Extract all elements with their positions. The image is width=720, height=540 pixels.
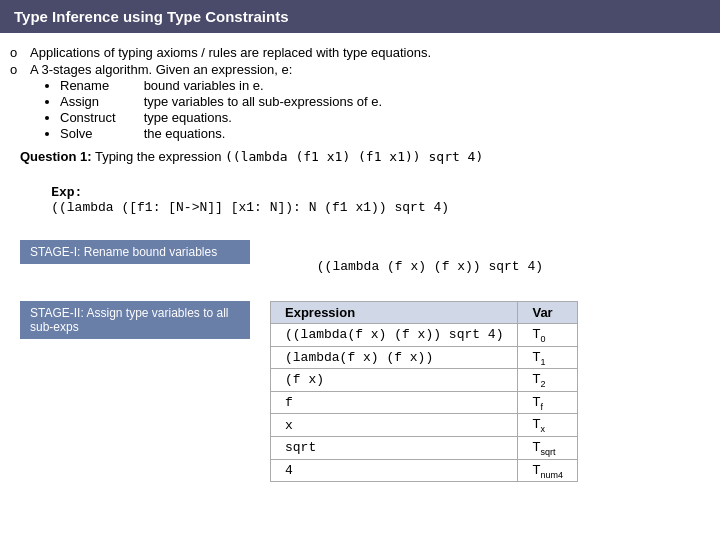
steps-list: Rename bound variables in e. Assign type… (30, 78, 700, 141)
expr-cell: f (271, 391, 518, 414)
step-solve-label: Solve (60, 126, 140, 141)
question-line: Question 1: Typing the expression ((lamb… (20, 149, 700, 164)
question-text: Typing the expression (95, 149, 225, 164)
table-row: (f x)T2 (271, 369, 578, 392)
table-row: 4Tnum4 (271, 459, 578, 482)
stage2-box: STAGE-II: Assign type variables to all s… (20, 301, 250, 339)
bullet2-text: A 3-stages algorithm. Given an expressio… (30, 62, 292, 77)
question-prefix: Question 1: (20, 149, 92, 164)
var-cell: T1 (518, 346, 577, 369)
var-cell: Tnum4 (518, 459, 577, 482)
exp-label: Exp: (51, 185, 82, 200)
step-rename: Rename bound variables in e. (60, 78, 700, 93)
stage2-table-container: Expression Var ((lambda(f x) (f x)) sqrt… (270, 301, 578, 482)
expr-cell: x (271, 414, 518, 437)
bullet1-text: Applications of typing axioms / rules ar… (30, 45, 431, 60)
step-construct-desc: type equations. (144, 110, 232, 125)
stage1-label: STAGE-I: Rename bound variables (30, 245, 217, 259)
stage1-row: STAGE-I: Rename bound variables ((lambda… (20, 240, 700, 289)
step-solve-desc: the equations. (144, 126, 226, 141)
var-cell: T0 (518, 324, 577, 347)
page-title: Type Inference using Type Constraints (0, 0, 720, 33)
exp-code: ((lambda ([f1: [N->N]] [x1: N]): N (f1 x… (51, 200, 449, 215)
stage1-result: ((lambda (f x) (f x)) sqrt 4) (270, 240, 543, 289)
step-rename-desc: bound variables in e. (144, 78, 264, 93)
bullet-2: A 3-stages algorithm. Given an expressio… (20, 62, 700, 141)
stage1-result-text: ((lambda (f x) (f x)) sqrt 4) (317, 259, 543, 274)
stage1-box: STAGE-I: Rename bound variables (20, 240, 250, 264)
table-row: sqrtTsqrt (271, 436, 578, 459)
table-row: xTx (271, 414, 578, 437)
step-assign: Assign type variables to all sub-express… (60, 94, 700, 109)
step-assign-desc: type variables to all sub-expressions of… (144, 94, 382, 109)
main-content: Applications of typing axioms / rules ar… (0, 33, 720, 494)
table-row: (lambda(f x) (f x))T1 (271, 346, 578, 369)
var-cell: Tx (518, 414, 577, 437)
step-construct: Construct type equations. (60, 110, 700, 125)
table-row: ((lambda(f x) (f x)) sqrt 4)T0 (271, 324, 578, 347)
bullet-1: Applications of typing axioms / rules ar… (20, 45, 700, 60)
col-var: Var (518, 302, 577, 324)
var-cell: Tf (518, 391, 577, 414)
var-cell: T2 (518, 369, 577, 392)
expr-cell: sqrt (271, 436, 518, 459)
question-expr: ((lambda (f1 x1) (f1 x1)) sqrt 4) (225, 149, 483, 164)
step-rename-label: Rename (60, 78, 140, 93)
expr-cell: 4 (271, 459, 518, 482)
exp-line: Exp: ((lambda ([f1: [N->N]] [x1: N]): N … (20, 170, 700, 230)
expr-cell: (lambda(f x) (f x)) (271, 346, 518, 369)
step-solve: Solve the equations. (60, 126, 700, 141)
var-cell: Tsqrt (518, 436, 577, 459)
step-construct-label: Construct (60, 110, 140, 125)
stage2-label: STAGE-II: Assign type variables to all s… (30, 306, 229, 334)
stage2-row: STAGE-II: Assign type variables to all s… (20, 301, 700, 482)
expression-table: Expression Var ((lambda(f x) (f x)) sqrt… (270, 301, 578, 482)
title-text: Type Inference using Type Constraints (14, 8, 289, 25)
expr-cell: (f x) (271, 369, 518, 392)
step-assign-label: Assign (60, 94, 140, 109)
expr-cell: ((lambda(f x) (f x)) sqrt 4) (271, 324, 518, 347)
table-row: fTf (271, 391, 578, 414)
col-expression: Expression (271, 302, 518, 324)
